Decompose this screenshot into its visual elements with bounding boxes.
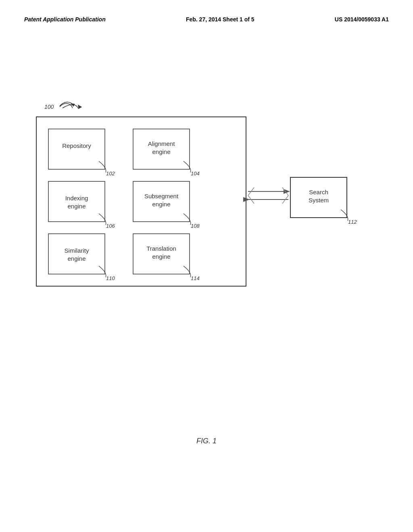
svg-rect-3 (36, 117, 246, 286)
svg-text:Repository: Repository (62, 142, 91, 149)
svg-text:104: 104 (191, 170, 200, 177)
svg-text:112: 112 (348, 219, 357, 225)
svg-text:114: 114 (191, 275, 200, 281)
svg-text:engine: engine (152, 201, 170, 208)
svg-marker-2 (71, 103, 75, 106)
svg-text:Search: Search (309, 189, 328, 195)
svg-text:Alignment: Alignment (148, 140, 175, 147)
svg-rect-11 (48, 181, 105, 222)
svg-text:110: 110 (106, 275, 115, 281)
svg-text:102: 102 (106, 170, 115, 177)
svg-rect-27 (290, 177, 347, 218)
svg-text:Translation: Translation (146, 245, 176, 252)
svg-text:engine: engine (152, 253, 170, 260)
svg-rect-23 (133, 234, 190, 274)
svg-rect-7 (133, 129, 190, 169)
svg-text:Similarity: Similarity (65, 247, 89, 254)
svg-text:100: 100 (44, 104, 54, 110)
svg-text:FIG. 1: FIG. 1 (196, 437, 217, 445)
svg-text:Indexing: Indexing (65, 195, 88, 202)
svg-text:108: 108 (191, 223, 200, 229)
svg-marker-0 (76, 105, 82, 110)
svg-rect-19 (48, 234, 105, 274)
header-patent-number: US 2014/0059033 A1 (335, 16, 389, 23)
header-publication-label: Patent Application Publication (24, 16, 106, 23)
page-header: Patent Application Publication Feb. 27, … (24, 16, 389, 23)
svg-text:engine: engine (152, 148, 170, 155)
svg-text:System: System (309, 197, 329, 204)
svg-text:engine: engine (67, 255, 86, 262)
header-date-sheet: Feb. 27, 2014 Sheet 1 of 5 (186, 16, 254, 23)
svg-text:106: 106 (106, 223, 115, 229)
svg-text:Subsegment: Subsegment (144, 193, 179, 200)
svg-rect-15 (133, 181, 190, 222)
svg-text:engine: engine (67, 203, 86, 210)
svg-rect-4 (48, 129, 105, 169)
